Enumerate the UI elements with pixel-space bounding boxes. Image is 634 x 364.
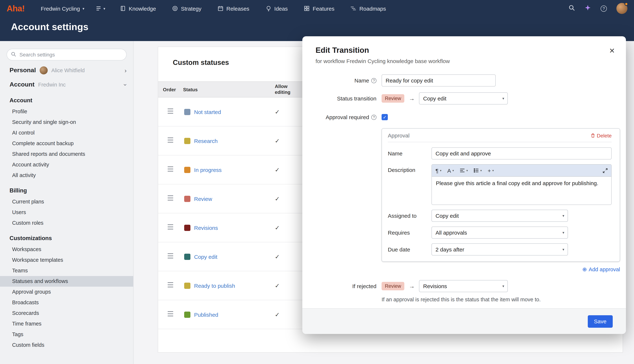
chevron-right-icon: › — [125, 67, 127, 74]
description-text[interactable]: Please give this article a final copy ed… — [432, 176, 611, 204]
rejected-from-badge: Review — [382, 282, 405, 290]
notification-dot — [624, 2, 628, 6]
status-link[interactable]: Not started — [194, 109, 221, 115]
nav-item-knowledge[interactable]: Knowledge — [120, 5, 156, 12]
sidebar-item-ai-control[interactable]: AI control — [0, 128, 133, 138]
drag-handle-icon[interactable] — [168, 224, 173, 230]
drag-handle-icon[interactable] — [168, 311, 173, 316]
drag-handle-icon[interactable] — [168, 253, 173, 258]
status-link[interactable]: Ready to publish — [194, 282, 235, 289]
personal-section-header[interactable]: Personal Alice Whitfield › — [0, 62, 133, 76]
help-icon[interactable]: ? — [371, 114, 377, 120]
sidebar-item-teams[interactable]: Teams — [0, 266, 133, 276]
insert-icon[interactable]: +▾ — [488, 167, 494, 174]
assigned-to-select[interactable]: Copy edit ▾ — [432, 210, 568, 222]
sidebar-item-approval-groups[interactable]: Approval groups — [0, 287, 133, 297]
nav-item-ideas[interactable]: Ideas — [265, 5, 288, 12]
check-icon: ✓ — [275, 224, 280, 231]
workspace-switcher[interactable]: Fredwin Cycling ▾ — [41, 5, 84, 12]
if-rejected-label: If rejected — [352, 283, 377, 289]
chevron-down-icon: ▾ — [104, 6, 105, 10]
column-header: Order — [158, 87, 183, 92]
sidebar-item-profile[interactable]: Profile — [0, 106, 133, 117]
status-link[interactable]: In progress — [194, 166, 222, 173]
status-link[interactable]: Revisions — [194, 224, 218, 231]
modal-footer: Save — [302, 308, 626, 334]
due-date-label: Due date — [388, 246, 432, 252]
nav-item-roadmaps[interactable]: Roadmaps — [351, 5, 386, 12]
status-link[interactable]: Copy edit — [194, 254, 217, 260]
approval-panel-title: Approval — [388, 132, 410, 138]
requires-label: Requires — [388, 230, 432, 236]
chevron-down-icon: › — [122, 84, 129, 86]
assigned-to-label: Assigned to — [388, 212, 432, 219]
sparkle-icon[interactable] — [584, 4, 591, 12]
drag-handle-icon[interactable] — [168, 166, 173, 172]
help-icon[interactable]: ? — [371, 78, 377, 83]
help-icon[interactable]: ? — [601, 5, 607, 12]
sidebar-item-scorecards[interactable]: Scorecards — [0, 308, 133, 318]
font-style-icon[interactable]: A▾ — [447, 167, 454, 174]
close-icon[interactable]: ✕ — [609, 47, 615, 54]
avatar[interactable] — [616, 3, 627, 14]
rejected-to-select[interactable]: Revisions ▾ — [419, 280, 508, 292]
sidebar-item-current-plans[interactable]: Current plans — [0, 196, 133, 207]
nav-item-releases[interactable]: Releases — [218, 5, 249, 12]
to-status-select[interactable]: Copy edit ▾ — [419, 92, 508, 104]
approval-required-checkbox[interactable]: ✓ — [382, 114, 388, 120]
sidebar-item-time-frames[interactable]: Time frames — [0, 318, 133, 329]
from-status-badge: Review — [382, 94, 405, 103]
status-link[interactable]: Review — [194, 196, 212, 202]
expand-icon[interactable] — [603, 168, 607, 173]
check-icon: ✓ — [275, 254, 280, 260]
sidebar-item-security-and-single-sign-on[interactable]: Security and single sign-on — [0, 117, 133, 128]
sidebar-item-all-activity[interactable]: All activity — [0, 170, 133, 181]
drag-handle-icon[interactable] — [168, 108, 173, 114]
aha-logo[interactable]: Aha! — [7, 4, 25, 14]
nav-item-strategy[interactable]: Strategy — [172, 5, 201, 12]
requires-select[interactable]: All approvals ▾ — [432, 226, 568, 239]
sidebar-item-users[interactable]: Users — [0, 207, 133, 218]
chevron-down-icon: ▾ — [83, 6, 84, 10]
approval-name-input[interactable] — [432, 147, 612, 160]
sidebar-item-tags[interactable]: Tags — [0, 329, 133, 340]
drag-handle-icon[interactable] — [168, 196, 173, 200]
avatar — [40, 66, 48, 74]
account-section-header[interactable]: Account Fredwin Inc › — [0, 76, 133, 90]
arrow-right-icon: → — [409, 95, 415, 102]
sidebar-item-custom-fields[interactable]: Custom fields — [0, 340, 133, 350]
status-link[interactable]: Published — [194, 312, 218, 318]
list-icon[interactable]: ▾ — [474, 168, 482, 173]
align-icon[interactable]: ▾ — [460, 168, 468, 173]
sidebar-item-workspace-templates[interactable]: Workspace templates — [0, 255, 133, 266]
workspace-nav-icon[interactable]: ▾ — [96, 6, 105, 11]
sidebar-item-workspaces[interactable]: Workspaces — [0, 244, 133, 255]
sidebar-item-statuses-and-workflows[interactable]: Statuses and workflows — [0, 276, 133, 287]
check-icon: ✓ — [275, 282, 280, 289]
paragraph-style-icon[interactable]: ¶▾ — [436, 167, 441, 174]
sidebar-item-shared-reports-and-documents[interactable]: Shared reports and documents — [0, 149, 133, 160]
sidebar-sections: AccountProfileSecurity and single sign-o… — [0, 90, 133, 350]
search-input[interactable] — [7, 49, 127, 60]
check-icon: ✓ — [275, 196, 280, 202]
workspace-name: Fredwin Cycling — [41, 5, 80, 12]
modal-subtitle: for workflow Fredwin Cycling knowledge b… — [315, 58, 612, 64]
transition-name-input[interactable] — [382, 74, 496, 86]
save-button[interactable]: Save — [588, 315, 613, 328]
status-link[interactable]: Research — [194, 138, 218, 144]
drag-handle-icon[interactable] — [168, 282, 173, 288]
search-icon[interactable] — [569, 4, 575, 12]
check-icon: ✓ — [275, 138, 280, 144]
drag-handle-icon[interactable] — [168, 138, 173, 142]
nav-item-features[interactable]: Features — [304, 5, 335, 12]
add-approval-link[interactable]: ⊕ Add approval — [582, 266, 620, 273]
description-editor[interactable]: ¶▾ A▾ ▾ ▾ +▾ — [432, 164, 612, 205]
delete-approval-button[interactable]: Delete — [590, 132, 612, 138]
app-window: Aha! Fredwin Cycling ▾ ▾ Knowledge Strat… — [0, 0, 634, 364]
due-date-select[interactable]: 2 days after ▾ — [432, 244, 568, 256]
sidebar-item-broadcasts[interactable]: Broadcasts — [0, 297, 133, 308]
sidebar-item-custom-roles[interactable]: Custom roles — [0, 218, 133, 228]
sidebar-item-complete-account-backup[interactable]: Complete account backup — [0, 138, 133, 149]
approval-name-label: Name — [388, 150, 432, 156]
sidebar-item-account-activity[interactable]: Account activity — [0, 160, 133, 170]
